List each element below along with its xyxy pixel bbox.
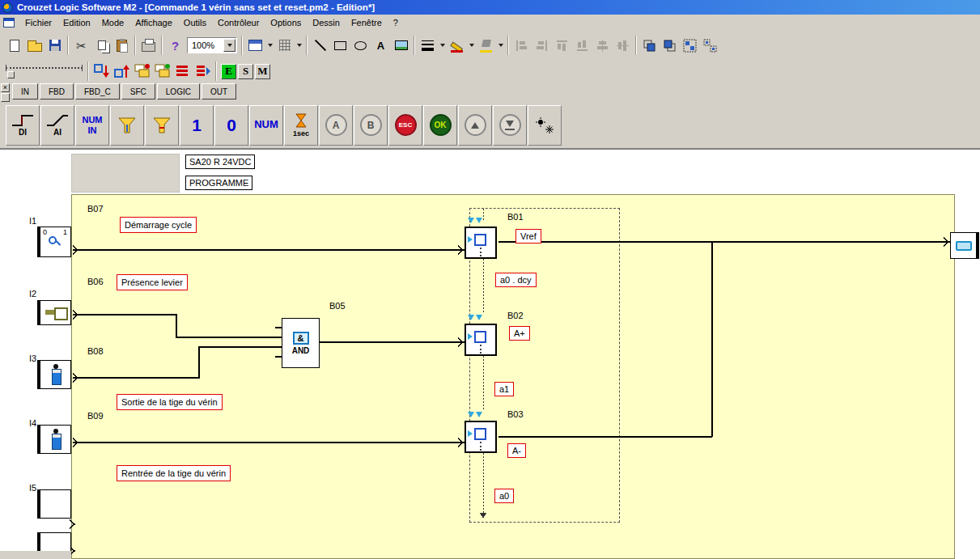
mode-monitoring-button[interactable]: M (255, 64, 270, 79)
align-right-button[interactable] (532, 36, 552, 56)
debug-tool-button-4[interactable] (152, 61, 172, 82)
line-width-button[interactable] (418, 36, 438, 56)
comment-box-rentree-tige[interactable]: Rentrée de la tige du vérin (117, 465, 231, 481)
slider-handle[interactable] (7, 71, 15, 78)
palette-key-down-button[interactable] (493, 105, 527, 146)
step-block-b02[interactable] (465, 324, 497, 356)
help-button[interactable]: ? (165, 36, 185, 56)
palette-key-up-button[interactable] (458, 105, 492, 146)
input-block-i1[interactable]: 0 1 (37, 227, 71, 257)
cut-button[interactable]: ✂ (71, 36, 91, 56)
palette-pin-button[interactable] (1, 93, 10, 102)
group-button[interactable] (680, 36, 700, 56)
palette-di-filter-button[interactable] (110, 105, 144, 146)
step-block-b01[interactable] (465, 227, 497, 259)
debug-tool-button-1[interactable] (91, 61, 112, 82)
menu-edition[interactable]: Edition (57, 15, 96, 30)
menu-aide[interactable]: ? (388, 15, 404, 30)
grid-settings-dropdown[interactable] (265, 36, 274, 56)
menu-controleur[interactable]: Contrôleur (212, 15, 265, 30)
palette-key-a-button[interactable]: A (319, 105, 353, 146)
fbd-workspace[interactable]: SA20 R 24VDC PROGRAMME (0, 150, 980, 559)
input-block-i2[interactable] (37, 300, 71, 325)
transition-box-a1[interactable]: a1 (494, 382, 514, 396)
debug-tool-button-5[interactable] (172, 61, 193, 82)
line-width-dropdown[interactable] (438, 36, 447, 56)
palette-key-esc-button[interactable]: ESC (388, 105, 422, 146)
print-button[interactable] (138, 36, 159, 56)
comment-box-presence-levier[interactable]: Présence levier (117, 274, 188, 290)
grid-toggle-dropdown[interactable] (295, 36, 303, 56)
open-button[interactable] (24, 36, 45, 56)
palette-const-one-button[interactable]: 1 (180, 105, 214, 146)
menu-affichage[interactable]: Affichage (129, 15, 178, 30)
mode-simulation-button[interactable]: S (238, 64, 253, 79)
document-window-icon[interactable] (3, 18, 15, 28)
and-gate-b05[interactable]: & AND (282, 318, 320, 368)
input-block-i5[interactable] (37, 489, 71, 519)
menu-options[interactable]: Options (265, 15, 307, 30)
palette-di-button[interactable]: DI (6, 105, 40, 146)
tag-box-vref[interactable]: Vref (515, 229, 541, 244)
send-to-back-button[interactable] (660, 36, 680, 56)
tab-in[interactable]: IN (12, 83, 38, 100)
tag-box-a-minus[interactable]: A- (507, 443, 526, 458)
program-label-box[interactable]: PROGRAMME (185, 176, 252, 190)
text-tool-button[interactable]: A (371, 36, 391, 56)
copy-button[interactable] (91, 36, 112, 56)
fill-color-dropdown[interactable] (496, 36, 505, 56)
bring-to-front-button[interactable] (639, 36, 660, 56)
menu-outils[interactable]: Outils (178, 15, 212, 30)
palette-ai-button[interactable]: AI (40, 105, 74, 146)
step-block-b03[interactable] (465, 421, 497, 453)
output-block[interactable] (950, 232, 979, 259)
debug-tool-button-3[interactable] (132, 61, 152, 82)
save-button[interactable] (45, 36, 65, 56)
menu-mode[interactable]: Mode (96, 15, 130, 30)
tab-fbd-c[interactable]: FBD_C (75, 83, 120, 100)
align-top-button[interactable] (552, 36, 572, 56)
align-left-button[interactable] (511, 36, 532, 56)
comment-box-sortie-tige[interactable]: Sortie de la tige du vérin (117, 394, 223, 410)
menu-fichier[interactable]: Fichier (19, 15, 57, 30)
grid-toggle-button[interactable] (274, 36, 295, 56)
palette-timer-button[interactable]: 1sec (284, 105, 318, 146)
pen-color-button[interactable] (447, 36, 467, 56)
rectangle-tool-button[interactable] (330, 36, 350, 56)
palette-key-b-button[interactable]: B (354, 105, 388, 146)
zoom-slider[interactable] (6, 64, 83, 78)
paste-button[interactable] (112, 36, 132, 56)
input-block-i3[interactable] (37, 360, 71, 389)
zoom-combobox[interactable]: 100% (187, 37, 237, 53)
align-bottom-button[interactable] (572, 36, 592, 56)
tab-fbd[interactable]: FBD (40, 83, 74, 100)
transition-box-a0[interactable]: a0 (494, 489, 514, 503)
ungroup-button[interactable] (700, 36, 720, 56)
tab-logic[interactable]: LOGIC (157, 83, 200, 100)
palette-num-in-button[interactable]: NUM IN (75, 105, 109, 146)
menu-dessin[interactable]: Dessin (307, 15, 346, 30)
transition-box-a0-dcy[interactable]: a0 . dcy (495, 273, 537, 287)
palette-const-zero-button[interactable]: 0 (214, 105, 248, 146)
palette-key-ok-button[interactable]: OK (423, 105, 457, 146)
tag-box-a-plus[interactable]: A+ (509, 326, 530, 341)
mode-edit-button[interactable]: E (221, 64, 236, 79)
device-label-box[interactable]: SA20 R 24VDC (185, 155, 255, 169)
fill-color-button[interactable] (476, 36, 496, 56)
palette-close-button[interactable]: × (1, 83, 10, 92)
ellipse-tool-button[interactable] (350, 36, 371, 56)
tab-sfc[interactable]: SFC (121, 83, 155, 100)
line-tool-button[interactable] (310, 36, 330, 56)
center-vertical-button[interactable] (613, 36, 633, 56)
palette-ai-filter-button[interactable] (145, 105, 179, 146)
tab-out[interactable]: OUT (202, 83, 236, 100)
new-button[interactable] (4, 36, 24, 56)
debug-tool-button-2[interactable] (112, 61, 132, 82)
menu-fenetre[interactable]: Fenêtre (346, 15, 388, 30)
debug-tool-button-6[interactable] (193, 61, 213, 82)
pen-color-dropdown[interactable] (467, 36, 476, 56)
zoom-dropdown-button[interactable] (223, 39, 235, 52)
grid-settings-button[interactable] (245, 36, 265, 56)
center-horizontal-button[interactable] (592, 36, 613, 56)
image-tool-button[interactable] (391, 36, 411, 56)
